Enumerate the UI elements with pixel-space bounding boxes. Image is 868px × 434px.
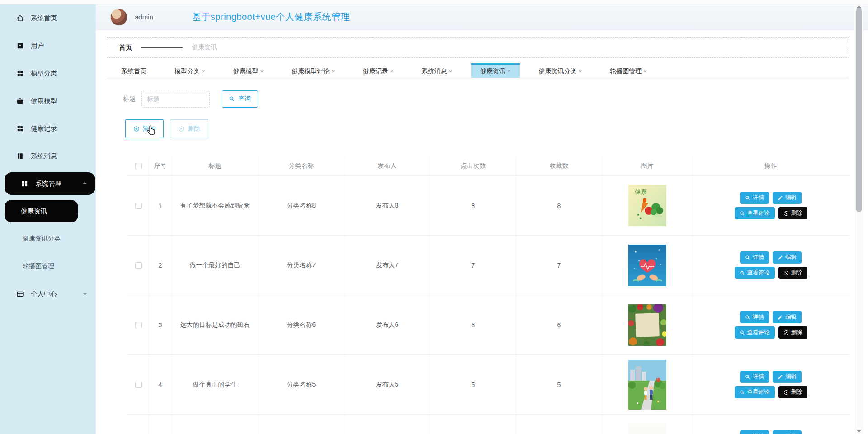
- cell-publisher: 发布人5: [344, 355, 430, 414]
- row-delete-button[interactable]: 删除: [778, 326, 807, 339]
- search-icon: [740, 211, 745, 216]
- edit-button[interactable]: 编辑: [773, 371, 802, 383]
- edit-button[interactable]: 编辑: [773, 311, 802, 323]
- detail-button[interactable]: 详情: [740, 430, 769, 434]
- sidebar-item-system-home[interactable]: 系统首页: [0, 7, 96, 29]
- breadcrumb-current: 健康资讯: [192, 43, 217, 52]
- sidebar-item-model-category[interactable]: 模型分类: [0, 62, 96, 85]
- tab-health-record[interactable]: 健康记录×: [354, 63, 403, 78]
- sidebar-item-label: 健康资讯分类: [23, 235, 61, 243]
- close-icon[interactable]: ×: [390, 68, 394, 75]
- breadcrumb: 首页 健康资讯: [107, 37, 849, 58]
- tab-model-category[interactable]: 模型分类×: [165, 63, 214, 78]
- cell-favorites: 8: [516, 176, 602, 235]
- edit-button[interactable]: 编辑: [773, 192, 802, 204]
- delete-button[interactable]: 删除: [170, 119, 208, 138]
- row-delete-button[interactable]: 删除: [778, 267, 807, 279]
- page-title: 基于springboot+vue个人健康系统管理: [192, 11, 350, 23]
- scroll-down-icon[interactable]: [856, 429, 862, 434]
- cell-clicks: 8: [430, 176, 516, 235]
- tab-health-model-comments[interactable]: 健康模型评论×: [283, 63, 344, 78]
- col-header-actions: 操作: [693, 156, 849, 175]
- edit-button[interactable]: 编辑: [773, 430, 802, 434]
- sidebar-item-users[interactable]: 用户: [0, 34, 96, 57]
- cell-clicks: [430, 415, 516, 434]
- cell-index: 4: [149, 355, 172, 414]
- news-image-heart-hands: [628, 245, 666, 286]
- minus-circle-icon: [178, 126, 184, 132]
- cell-title: [172, 415, 259, 434]
- news-image-vegetables-paper: [628, 304, 666, 346]
- search-icon: [745, 374, 750, 380]
- detail-button[interactable]: 详情: [740, 192, 769, 204]
- detail-button[interactable]: 详情: [740, 251, 769, 264]
- plus-circle-icon: [133, 126, 140, 132]
- avatar[interactable]: [110, 9, 127, 26]
- select-all-checkbox[interactable]: [135, 163, 142, 169]
- row-checkbox[interactable]: [135, 382, 142, 388]
- tab-carousel-management[interactable]: 轮播图管理×: [601, 63, 656, 78]
- briefcase-icon: [16, 97, 24, 105]
- close-icon[interactable]: ×: [202, 68, 205, 75]
- close-icon[interactable]: ×: [331, 68, 335, 75]
- view-comments-button[interactable]: 查看评论: [735, 207, 775, 219]
- row-delete-button[interactable]: 删除: [778, 207, 807, 219]
- health-news-table: 序号 标题 分类名称 发布人 点击次数 收藏数 图片 操作 1 有了梦想就不会感…: [127, 156, 849, 434]
- close-icon[interactable]: ×: [579, 68, 582, 75]
- sidebar-item-health-model[interactable]: 健康模型: [0, 90, 96, 112]
- sidebar-item-personal-center[interactable]: 个人中心: [0, 283, 96, 305]
- cell-publisher: [344, 415, 430, 434]
- view-comments-button[interactable]: 查看评论: [735, 267, 775, 279]
- col-header-favorites: 收藏数: [516, 156, 602, 175]
- tab-health-news[interactable]: 健康资讯×: [471, 63, 520, 78]
- circle-x-icon: [783, 270, 789, 276]
- cell-index: 2: [149, 236, 172, 295]
- row-delete-button[interactable]: 删除: [778, 386, 807, 398]
- close-icon[interactable]: ×: [260, 68, 264, 75]
- cell-category: [259, 415, 344, 434]
- chevron-down-icon: [82, 291, 88, 297]
- view-comments-button[interactable]: 查看评论: [735, 326, 775, 339]
- edit-button[interactable]: 编辑: [773, 251, 802, 264]
- sidebar-item-system-management[interactable]: 系统管理: [5, 172, 95, 195]
- sidebar-item-health-news-category[interactable]: 健康资讯分类: [0, 227, 96, 250]
- row-checkbox[interactable]: [135, 203, 142, 209]
- cell-clicks: 7: [430, 236, 516, 295]
- sidebar-item-health-record[interactable]: 健康记录: [0, 117, 96, 140]
- search-icon: [229, 96, 235, 102]
- sidebar-item-system-message[interactable]: 系统消息: [0, 145, 96, 167]
- cell-title: 做一个最好的自己: [172, 236, 259, 295]
- grid-icon: [21, 180, 28, 188]
- close-icon[interactable]: ×: [448, 68, 452, 75]
- row-checkbox[interactable]: [135, 262, 142, 269]
- sidebar-item-carousel-management[interactable]: 轮播图管理: [0, 255, 96, 278]
- close-icon[interactable]: ×: [507, 68, 511, 75]
- breadcrumb-home[interactable]: 首页: [119, 43, 132, 52]
- row-checkbox[interactable]: [135, 322, 142, 328]
- home-icon: [16, 14, 24, 22]
- sidebar-item-health-news[interactable]: 健康资讯: [5, 200, 78, 222]
- view-comments-button[interactable]: 查看评论: [735, 386, 775, 398]
- col-header-image: 图片: [602, 156, 693, 175]
- tab-system-message[interactable]: 系统消息×: [412, 63, 461, 78]
- detail-button[interactable]: 详情: [740, 311, 769, 323]
- cell-title: 远大的目标是成功的磁石: [172, 295, 259, 354]
- message-icon: [16, 152, 24, 160]
- query-button[interactable]: 查询: [222, 90, 258, 108]
- pencil-icon: [778, 255, 783, 260]
- search-icon: [740, 270, 745, 276]
- scrollbar-thumb[interactable]: [856, 8, 862, 212]
- tab-health-news-category[interactable]: 健康资讯分类×: [530, 63, 591, 78]
- sidebar: 系统首页 用户 模型分类 健康模型 健康记录 系统消息 系统管理 健康资讯 健康…: [0, 4, 96, 434]
- news-image-vegetables-banner: 健康: [628, 185, 666, 226]
- tab-system-home[interactable]: 系统首页: [112, 63, 156, 78]
- cell-title: 做个真正的学生: [172, 355, 259, 414]
- table-row: 1 有了梦想就不会感到疲惫 分类名称8 发布人8 8 8 健康 详情 编辑: [127, 176, 849, 236]
- detail-button[interactable]: 详情: [740, 371, 769, 383]
- search-icon: [745, 195, 750, 201]
- tab-health-model[interactable]: 健康模型×: [224, 63, 273, 78]
- close-icon[interactable]: ×: [643, 68, 647, 75]
- sidebar-item-label: 健康资讯: [21, 207, 47, 216]
- title-search-input[interactable]: [141, 91, 210, 108]
- add-button[interactable]: 添加: [125, 119, 164, 138]
